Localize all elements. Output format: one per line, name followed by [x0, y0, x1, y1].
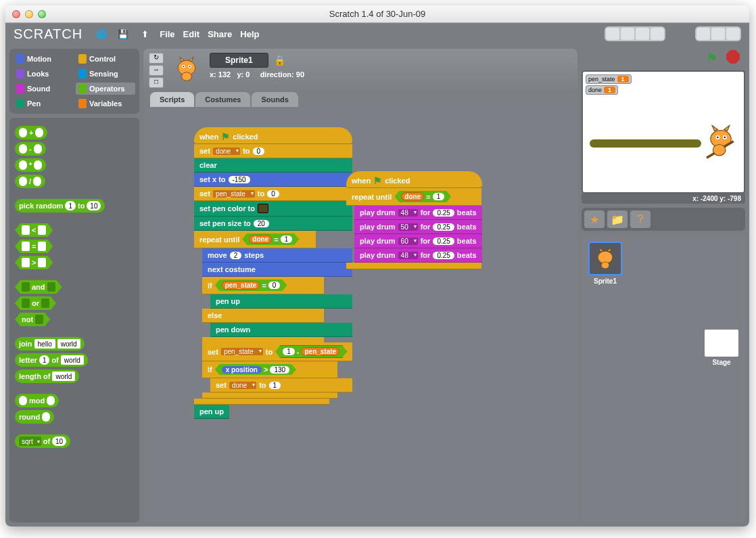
cat-sound[interactable]: Sound — [14, 83, 73, 95]
choose-sprite-button[interactable]: 📁 — [607, 210, 628, 228]
no-rotate-button[interactable]: □ — [149, 77, 164, 88]
svg-point-13 — [601, 262, 609, 269]
sprite-item-sprite1[interactable]: Sprite1 — [588, 242, 622, 285]
op-sub[interactable]: - — [15, 142, 46, 156]
cat-operators[interactable]: Operators — [76, 83, 135, 95]
green-flag-button[interactable]: ⚑ — [706, 50, 721, 65]
pen-trail — [590, 139, 701, 148]
op-sqrt[interactable]: sqrtof10 — [15, 434, 70, 448]
hat-when-flag-clicked[interactable]: when⚑clicked — [194, 127, 352, 144]
op-div[interactable]: / — [15, 175, 45, 188]
monitor-pen-state[interactable]: pen_state1 — [586, 74, 632, 84]
color-swatch[interactable] — [258, 204, 268, 213]
sprite-position: x: 132 y: 0 direction: 90 — [210, 70, 304, 79]
svg-point-9 — [717, 137, 718, 138]
stage-item[interactable]: Stage — [705, 330, 738, 366]
flip-button[interactable]: ↔ — [149, 65, 164, 76]
block-set-done-0[interactable]: setdoneto0 — [194, 144, 352, 158]
tab-sounds[interactable]: Sounds — [252, 92, 298, 107]
op-lt[interactable]: < — [15, 223, 53, 237]
block-move[interactable]: move2steps — [202, 248, 352, 263]
block-drum-4[interactable]: play drum48for0.25beats — [354, 248, 482, 263]
cat-pen[interactable]: Pen — [14, 97, 73, 110]
shrink-tool[interactable] — [651, 28, 664, 40]
c-end2 — [202, 393, 337, 399]
block-repeat-until-2[interactable]: repeat untildone=1 — [346, 188, 481, 206]
presentation-button[interactable] — [726, 28, 740, 40]
tab-costumes[interactable]: Costumes — [195, 92, 250, 107]
paint-sprite-button[interactable]: ★ — [584, 210, 605, 228]
cat-looks[interactable]: Looks — [14, 68, 73, 80]
toolbar-tools — [605, 26, 665, 41]
block-pen-size[interactable]: set pen size to20 — [194, 217, 352, 231]
c-end3 — [194, 399, 329, 405]
menu-share[interactable]: Share — [208, 29, 232, 39]
normal-stage-button[interactable] — [711, 28, 725, 40]
save-icon[interactable]: 💾 — [116, 28, 130, 40]
block-set-x[interactable]: set x to-150 — [194, 173, 352, 187]
op-or[interactable]: or — [15, 296, 56, 310]
op-length[interactable]: length ofworld — [15, 369, 79, 383]
block-pen-down[interactable]: pen down — [210, 323, 352, 337]
op-eq[interactable]: = — [15, 240, 53, 253]
menu-file[interactable]: File — [160, 29, 174, 39]
script-stack-1[interactable]: when⚑clicked setdoneto0 clear set x to-1… — [194, 127, 352, 419]
script-stack-2[interactable]: when⚑clicked repeat untildone=1 play dru… — [346, 171, 482, 269]
block-set-done-1[interactable]: setdoneto1 — [210, 378, 352, 393]
scratch-cat-sprite[interactable] — [702, 123, 740, 161]
scripts-canvas[interactable]: when⚑clicked setdoneto0 clear set x to-1… — [143, 107, 577, 522]
window-title: Scratch 1.4 of 30-Jun-09 — [5, 9, 749, 19]
svg-point-10 — [724, 137, 726, 138]
block-repeat-until[interactable]: repeat untildone=1 — [194, 231, 316, 248]
op-and[interactable]: and — [15, 280, 62, 294]
lock-icon[interactable]: 🔒 — [274, 55, 285, 66]
block-if-xpos[interactable]: ifx position>130 — [202, 361, 337, 378]
block-drum-2[interactable]: play drum50for0.25beats — [354, 220, 482, 234]
block-drum-3[interactable]: play drum60for0.25beats — [354, 234, 482, 248]
grow-tool[interactable] — [636, 28, 649, 40]
hat-when-flag-clicked-2[interactable]: when⚑clicked — [346, 171, 482, 188]
block-else[interactable]: else — [202, 309, 324, 323]
sprite-name-input[interactable]: Sprite1 — [210, 53, 268, 68]
cat-motion[interactable]: Motion — [14, 53, 73, 65]
op-gt[interactable]: > — [15, 256, 53, 269]
cut-tool[interactable] — [621, 28, 634, 40]
block-clear[interactable]: clear — [194, 158, 352, 173]
duplicate-tool[interactable] — [606, 28, 619, 40]
block-pen-color[interactable]: set pen color to — [194, 201, 352, 217]
surprise-sprite-button[interactable]: ? — [630, 210, 651, 228]
window-titlebar: Scratch 1.4 of 30-Jun-09 — [5, 5, 749, 23]
block-pen-up-end[interactable]: pen up — [194, 405, 229, 419]
svg-point-5 — [182, 72, 192, 81]
block-set-penstate-0[interactable]: setpen_stateto0 — [194, 187, 352, 201]
block-palette: + - * / pick random1to10 < = > and or no… — [9, 118, 139, 522]
op-mul[interactable]: * — [15, 158, 46, 172]
flag-icon: ⚑ — [221, 133, 230, 140]
small-stage-button[interactable] — [696, 28, 710, 40]
block-pen-up[interactable]: pen up — [210, 294, 352, 309]
globe-icon[interactable]: 🌐 — [95, 28, 108, 40]
share-upload-icon[interactable]: ⬆ — [138, 28, 151, 40]
stage-view[interactable]: pen_state1 done1 — [582, 70, 745, 194]
block-if[interactable]: ifpen_state=0 — [202, 277, 324, 294]
op-join[interactable]: joinhelloworld — [15, 337, 85, 351]
block-drum-1[interactable]: play drum48for0.25beats — [354, 206, 482, 220]
menu-help[interactable]: Help — [240, 29, 259, 39]
op-letter[interactable]: letter1ofworld — [15, 353, 88, 367]
monitor-done[interactable]: done1 — [586, 85, 618, 95]
cat-variables[interactable]: Variables — [76, 97, 135, 110]
stage-label: Stage — [712, 359, 730, 366]
tab-scripts[interactable]: Scripts — [150, 92, 194, 107]
op-not[interactable]: not — [15, 313, 50, 326]
block-next-costume[interactable]: next costume — [202, 263, 352, 277]
cat-control[interactable]: Control — [76, 53, 135, 65]
block-set-penstate-toggle[interactable]: setpen_stateto1-pen_state — [202, 342, 352, 361]
op-round[interactable]: round — [15, 410, 54, 424]
op-mod[interactable]: mod — [15, 394, 59, 407]
menu-edit[interactable]: Edit — [183, 29, 200, 39]
op-add[interactable]: + — [15, 126, 47, 139]
rotate-360-button[interactable]: ↻ — [149, 53, 164, 64]
op-random[interactable]: pick random1to10 — [15, 199, 105, 212]
cat-sensing[interactable]: Sensing — [76, 68, 135, 80]
stop-button[interactable] — [726, 50, 740, 64]
